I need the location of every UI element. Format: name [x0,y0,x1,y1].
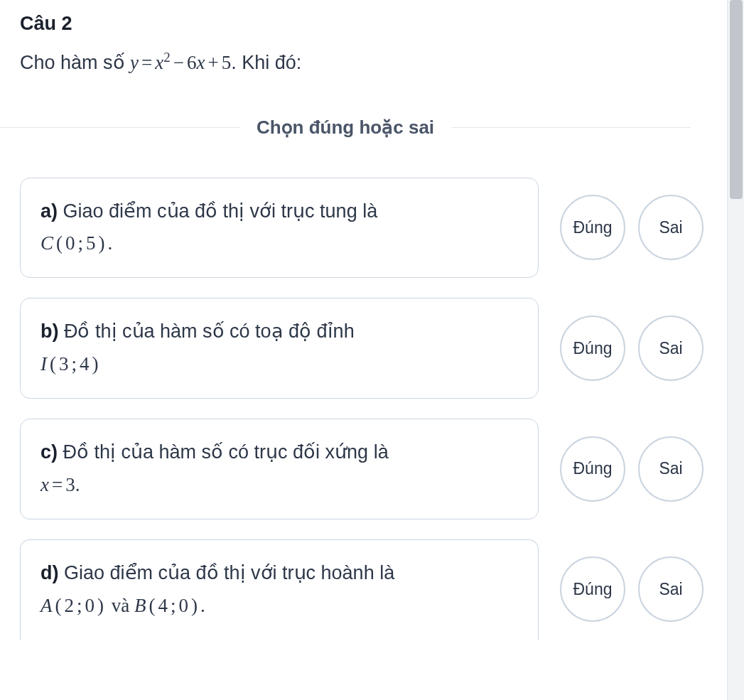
section-divider: Chọn đúng hoặc sai [0,117,691,139]
false-button[interactable]: Sai [638,195,703,260]
option-card-c: c) Đồ thị của hàm số có trục đối xứng là… [20,419,539,519]
true-button[interactable]: Đúng [560,316,625,381]
scrollbar-thumb[interactable] [730,0,743,199]
option-card-d: d) Giao điểm của đồ thị với trục hoành l… [20,539,539,640]
prompt-prefix: Cho hàm số [20,52,130,73]
question-formula: y=x2−6x+5 [130,52,231,73]
question-title: Câu 2 [20,13,691,35]
option-math: I(3;4) [41,353,102,375]
prompt-suffix: . Khi đó: [231,52,301,73]
option-buttons: Đúng Sai [560,556,703,622]
option-row: c) Đồ thị của hàm số có trục đối xứng là… [20,419,691,519]
option-label: d) [41,562,58,583]
options-list: a) Giao điểm của đồ thị với trục tung là… [20,178,691,640]
option-label: b) [41,321,58,342]
option-text: Giao điểm của đồ thị với trục tung là [58,200,377,222]
option-card-a: a) Giao điểm của đồ thị với trục tung là… [20,178,539,279]
true-button[interactable]: Đúng [560,436,625,502]
option-math: x=3. [41,474,80,495]
option-row: a) Giao điểm của đồ thị với trục tung là… [20,178,691,279]
option-row: b) Đồ thị của hàm số có toạ độ đỉnh I(3;… [20,298,691,399]
false-button[interactable]: Sai [638,316,703,381]
option-buttons: Đúng Sai [560,316,703,381]
divider-label: Chọn đúng hoặc sai [239,117,451,139]
divider-line-left [0,127,239,128]
vertical-scrollbar[interactable] [727,0,744,700]
option-buttons: Đúng Sai [560,195,703,260]
option-label: c) [41,441,58,463]
option-label: a) [41,200,58,222]
true-button[interactable]: Đúng [560,195,625,260]
option-row: d) Giao điểm của đồ thị với trục hoành l… [20,539,691,640]
true-button[interactable]: Đúng [560,556,625,622]
option-math: A(2;0) và B(4;0). [41,595,205,616]
false-button[interactable]: Sai [638,556,703,622]
divider-line-right [451,127,691,128]
option-text: Giao điểm của đồ thị với trục hoành là [58,562,394,583]
option-card-b: b) Đồ thị của hàm số có toạ độ đỉnh I(3;… [20,298,539,399]
option-text: Đồ thị của hàm số có trục đối xứng là [58,441,389,463]
option-buttons: Đúng Sai [560,436,703,502]
option-math: C(0;5). [41,232,112,254]
question-prompt: Cho hàm số y=x2−6x+5. Khi đó: [20,48,691,77]
option-text: Đồ thị của hàm số có toạ độ đỉnh [58,321,354,342]
false-button[interactable]: Sai [638,436,703,502]
